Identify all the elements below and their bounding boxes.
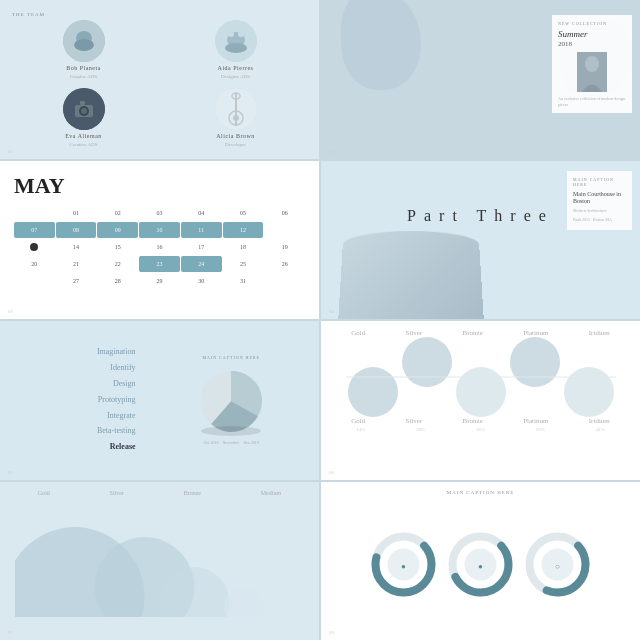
wave-label-silver-top: Silver	[406, 329, 423, 337]
donut-item-1: ●	[371, 532, 436, 600]
cal-01: 01	[56, 205, 97, 221]
process-item-6: Beta-testing	[8, 425, 136, 438]
member-3-name: Eva Alleman	[65, 133, 102, 139]
team-member-3: Eva Alleman Creative ADS	[10, 86, 157, 149]
cal-31: 31	[223, 273, 264, 289]
cal-30: 30	[181, 273, 222, 289]
svg-point-28	[564, 367, 614, 417]
member-4-name: Alicia Brown	[216, 133, 255, 139]
svg-point-33	[224, 587, 264, 617]
calendar-month: MAY	[14, 173, 305, 199]
wave-label-iridium-bot: Iridium	[589, 417, 610, 425]
donut-svg-2: ●	[448, 532, 513, 597]
pie-legend: Oct 2019 November Dec 2019	[204, 440, 259, 445]
wave-sub-1: 14%	[356, 427, 365, 432]
wave-sub-5: 44%	[596, 427, 605, 432]
cal-r5e	[14, 273, 55, 289]
panel-num-5: 05	[8, 470, 13, 475]
wave-label-gold-top: Gold	[351, 329, 365, 337]
wave-label-bronze-top: Bronze	[463, 329, 483, 337]
svg-point-27	[510, 337, 560, 387]
cal-r2e	[264, 222, 305, 238]
member-2-name: Aida Pierres	[218, 65, 254, 71]
svg-point-26	[456, 367, 506, 417]
cal-09: 09	[97, 222, 138, 238]
collection-card: NEW COLLECTION Summer 2018 An exclusive …	[552, 15, 632, 113]
avatar-img-4	[215, 88, 257, 130]
donuts-panel: MAIN CAPTION HERE ● ●	[321, 482, 640, 641]
donut-svg-3: ○	[525, 532, 590, 597]
wave-sub-4: 56%	[536, 427, 545, 432]
process-item-3: Design	[8, 378, 136, 391]
part-sidebar-item-1: Main Courthouse in Boston	[573, 191, 626, 207]
cal-29: 29	[139, 273, 180, 289]
team-member-1: Bob Planeta Graphic ADS	[10, 18, 157, 81]
cal-23: 23	[139, 256, 180, 272]
svg-point-18	[233, 115, 239, 121]
main-grid: THE TEAM Bob Planeta Gra	[0, 0, 640, 640]
svg-text:●: ●	[401, 562, 406, 571]
cal-dot	[30, 243, 38, 251]
cal-empty	[14, 205, 55, 221]
cal-21: 21	[56, 256, 97, 272]
avatar-2	[215, 20, 257, 62]
calendar-grid: 01 02 03 04 05 06 07 08 09 10 11 12 14 1	[14, 205, 305, 289]
cal-22: 22	[97, 256, 138, 272]
collection-desc: An exclusive collection of modern design…	[558, 96, 626, 107]
svg-point-4	[74, 39, 94, 51]
cal-03: 03	[139, 205, 180, 221]
member-1-role: Graphic ADS	[70, 74, 97, 79]
panel-num-6: 06	[329, 470, 334, 475]
svg-point-25	[402, 337, 452, 387]
svg-text:○: ○	[555, 562, 560, 571]
pie-legend-2: November	[222, 440, 239, 445]
cal-02: 02	[97, 205, 138, 221]
svg-point-7	[228, 31, 234, 37]
building-shape	[338, 231, 484, 319]
circles-area	[0, 496, 319, 623]
circles-svg	[15, 507, 304, 617]
circles-bl-labels: Gold Silver Bronze Medium	[0, 482, 319, 496]
team-label: THE TEAM	[12, 12, 45, 17]
svg-text:●: ●	[478, 562, 483, 571]
cal-11: 11	[181, 222, 222, 238]
process-item-1: Imagination	[8, 346, 136, 359]
wave-label-silver-bot: Silver	[406, 417, 423, 425]
team-member-4: Alicia Brown Developer	[162, 86, 309, 149]
collection-blob-1	[341, 0, 421, 90]
part-title: Part Three	[407, 207, 554, 225]
svg-point-24	[348, 367, 398, 417]
team-panel: THE TEAM Bob Planeta Gra	[0, 0, 319, 159]
cal-06: 06	[264, 205, 305, 221]
pie-area: MAIN CAPTION HERE Oct 2019 November Dec …	[144, 321, 319, 480]
member-2-role: Designer ADS	[221, 74, 250, 79]
wave-labels-bottom: Gold Silver Bronze Platinum Iridium	[321, 417, 640, 425]
collection-year: 2018	[558, 40, 626, 48]
panel-num-7: 07	[8, 630, 13, 635]
part-sidebar-title: MAIN CAPTION HERE	[573, 177, 626, 187]
collection-panel: NEW COLLECTION Summer 2018 An exclusive …	[321, 0, 640, 159]
team-member-2: Aida Pierres Designer ADS	[162, 18, 309, 81]
cal-07: 07	[14, 222, 55, 238]
cal-26: 26	[264, 256, 305, 272]
avatar-img-2	[215, 20, 257, 62]
collection-season: Summer	[558, 29, 626, 39]
cal-04: 04	[181, 205, 222, 221]
calendar-inner: MAY 01 02 03 04 05 06 07 08 09 10 11 12	[0, 161, 319, 320]
donuts-title: MAIN CAPTION HERE	[447, 490, 515, 495]
cal-27: 27	[56, 273, 97, 289]
wave-label-gold-bot: Gold	[351, 417, 365, 425]
svg-point-9	[225, 43, 247, 53]
panel-num-4: 04	[329, 309, 334, 314]
cal-16: 16	[139, 239, 180, 255]
donuts-area: ● ● ○	[321, 482, 640, 641]
svg-point-2	[78, 33, 82, 37]
cal-05: 05	[223, 205, 264, 221]
wave-label-bronze-bot: Bronze	[463, 417, 483, 425]
avatar-img-3	[63, 88, 105, 130]
panel-num-2: 02	[329, 149, 334, 154]
avatar-4	[215, 88, 257, 130]
process-item-5: Integrate	[8, 410, 136, 423]
collection-figure	[577, 52, 607, 92]
member-4-role: Developer	[225, 142, 246, 147]
